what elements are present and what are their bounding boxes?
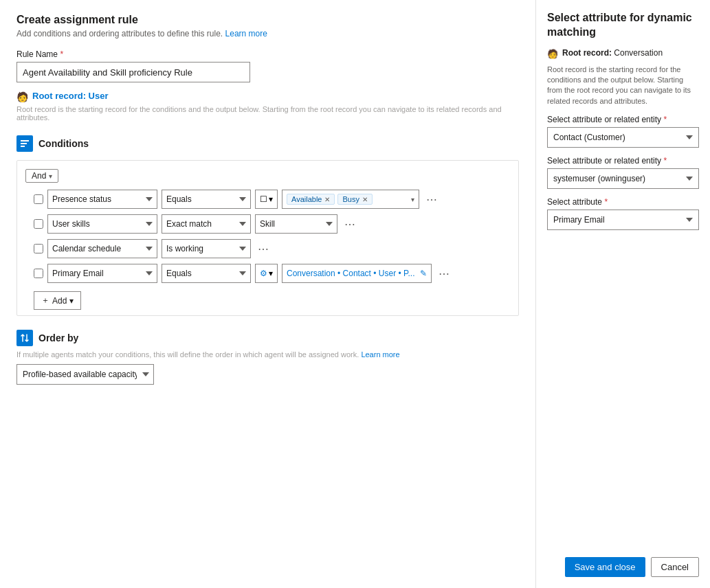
tag-close-available[interactable]: ✕: [324, 196, 330, 203]
rule-name-input[interactable]: [16, 62, 250, 82]
condition-row: Presence status Equals ☐ ▾ Available ✕ B…: [25, 190, 510, 209]
dynamic-value-4: Conversation • Contact • User • P... ✎: [282, 264, 432, 283]
row-menu-btn-1[interactable]: ⋯: [423, 193, 440, 206]
root-record-icon: 🧑: [16, 91, 28, 102]
field-select-4[interactable]: Primary Email: [47, 264, 157, 283]
rule-name-label: Rule Name *: [16, 49, 519, 59]
chevron-down-icon: ▾: [411, 196, 414, 203]
chevron-down-icon: ▾: [49, 172, 52, 180]
page-title: Create assignment rule: [16, 14, 519, 26]
main-panel: Create assignment rule Add conditions an…: [0, 0, 536, 588]
and-badge[interactable]: And ▾: [25, 169, 58, 183]
entity1-label: Select attribute or related entity *: [547, 115, 699, 124]
status-icon: ☐: [260, 194, 267, 204]
order-learn-more-link[interactable]: Learn more: [361, 350, 399, 359]
field-select-2[interactable]: User skills: [47, 214, 157, 234]
conditions-header: Conditions: [16, 135, 519, 152]
condition-row: Primary Email Equals ⚙ ▾ Conversation • …: [25, 264, 510, 283]
chevron-down-icon: ▾: [269, 194, 273, 204]
svg-rect-2: [21, 146, 25, 147]
order-by-icon: [16, 330, 33, 346]
order-by-header: Order by: [16, 330, 519, 346]
value-type-btn-1[interactable]: ☐ ▾: [255, 190, 278, 209]
order-by-section: Order by If multiple agents match your c…: [16, 330, 519, 385]
value-select-2[interactable]: Skill: [255, 214, 337, 234]
conditions-icon: [16, 135, 33, 152]
root-record-box: 🧑 Root record: User: [16, 91, 519, 102]
chevron-down-icon: ▾: [69, 296, 74, 306]
tag-close-busy[interactable]: ✕: [362, 196, 368, 203]
condition-checkbox-2[interactable]: [34, 219, 43, 229]
order-by-desc: If multiple agents match your conditions…: [16, 350, 519, 359]
root-record-desc: Root record is the starting record for t…: [16, 105, 519, 122]
row-menu-btn-4[interactable]: ⋯: [436, 267, 452, 280]
condition-checkbox-4[interactable]: [34, 269, 43, 278]
svg-rect-0: [21, 140, 29, 142]
conditions-area: And ▾ Presence status Equals ☐ ▾ Availab…: [16, 160, 519, 316]
side-root-desc: Root record is the starting record for t…: [547, 65, 699, 107]
order-by-select[interactable]: Profile-based available capacity: [16, 364, 154, 385]
side-root-icon: 🧑: [547, 49, 558, 59]
condition-checkbox-3[interactable]: [34, 244, 43, 253]
svg-rect-1: [21, 143, 27, 144]
tag-input-1: Available ✕ Busy ✕ ▾: [282, 190, 419, 209]
tag-busy: Busy ✕: [337, 194, 372, 205]
value-type-btn-4[interactable]: ⚙ ▾: [255, 264, 278, 283]
entity2-label: Select attribute or related entity *: [547, 156, 699, 166]
side-panel-title: Select attribute for dynamic matching: [547, 11, 699, 40]
save-and-close-button[interactable]: Save and close: [565, 557, 645, 577]
plus-icon: ＋: [41, 295, 49, 306]
attribute-label: Select attribute *: [547, 197, 699, 207]
order-by-title: Order by: [38, 332, 78, 343]
attribute-select[interactable]: Primary Email: [547, 210, 699, 230]
condition-row: Calendar schedule Is working ⋯: [25, 239, 510, 258]
page-subtitle: Add conditions and ordering attributes t…: [16, 29, 519, 38]
condition-checkbox-1[interactable]: [34, 194, 43, 204]
operator-select-2[interactable]: Exact match: [162, 214, 251, 234]
add-condition-button[interactable]: ＋ Add ▾: [34, 291, 81, 310]
entity2-select[interactable]: systemuser (owninguser): [547, 168, 699, 189]
footer-buttons: Save and close Cancel: [565, 557, 699, 577]
learn-more-link[interactable]: Learn more: [225, 29, 267, 38]
cancel-button[interactable]: Cancel: [651, 557, 699, 577]
dynamic-icon: ⚙: [260, 269, 267, 278]
side-panel: Select attribute for dynamic matching 🧑 …: [536, 0, 710, 588]
condition-row: User skills Exact match Skill ⋯: [25, 214, 510, 234]
root-record-label: Root record: User: [32, 91, 109, 101]
side-root-record: 🧑 Root record: Conversation: [547, 48, 699, 59]
edit-icon[interactable]: ✎: [420, 269, 427, 278]
operator-select-1[interactable]: Equals: [162, 190, 251, 209]
chevron-down-icon: ▾: [269, 269, 273, 278]
side-root-label: Root record: Conversation: [562, 48, 663, 58]
row-menu-btn-3[interactable]: ⋯: [255, 242, 271, 256]
operator-select-3[interactable]: Is working: [162, 239, 251, 258]
entity1-select[interactable]: Contact (Customer): [547, 127, 699, 148]
row-menu-btn-2[interactable]: ⋯: [342, 218, 358, 231]
operator-select-4[interactable]: Equals: [162, 264, 251, 283]
field-select-1[interactable]: Presence status: [47, 190, 157, 209]
conditions-title: Conditions: [38, 138, 89, 149]
tag-available: Available ✕: [287, 194, 335, 205]
field-select-3[interactable]: Calendar schedule: [47, 239, 157, 258]
